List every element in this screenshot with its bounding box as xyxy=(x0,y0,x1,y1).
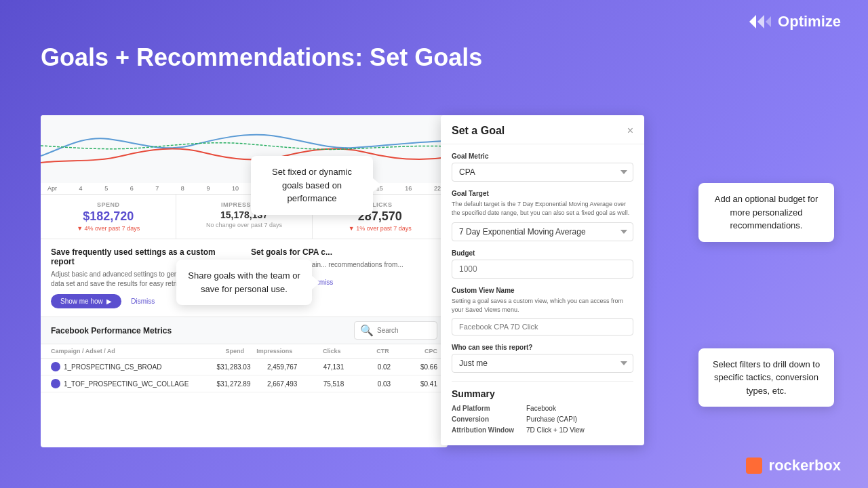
table-row[interactable]: 1_PROSPECTING_CS_BROAD $31,283.03 2,459,… xyxy=(41,359,448,375)
callout-goal-target: Set fixed or dynamic goals based on perf… xyxy=(251,156,373,215)
svg-marker-0 xyxy=(749,15,756,28)
goal-panel-header: Set a Goal × xyxy=(441,115,644,144)
stats-row: SPEND $182,720 ▼ 4% over past 7 days IMP… xyxy=(41,195,448,239)
time-label: Apr xyxy=(47,185,57,192)
time-label: 5 xyxy=(104,185,108,192)
svg-marker-2 xyxy=(766,15,771,28)
time-label: 6 xyxy=(130,185,134,192)
budget-input[interactable] xyxy=(452,260,633,279)
table-header-row: Facebook Performance Metrics 🔍 xyxy=(41,317,448,344)
time-label: 10 xyxy=(232,185,239,192)
svg-marker-1 xyxy=(757,15,764,28)
optimize-label: Optimize xyxy=(778,13,841,30)
close-button[interactable]: × xyxy=(627,125,633,136)
summary-section: Summary Ad Platform Facebook Conversion … xyxy=(452,381,633,434)
search-icon: 🔍 xyxy=(360,324,374,337)
rockerbox-label: rockerbox xyxy=(769,457,841,474)
visibility-select[interactable]: Just me xyxy=(452,354,633,373)
callout-budget: Add an optional budget for more personal… xyxy=(698,183,834,242)
time-label: 22 xyxy=(434,185,441,192)
time-label: 7 xyxy=(155,185,159,192)
callout-filters: Select filters to drill down to specific… xyxy=(698,348,834,407)
search-box[interactable]: 🔍 xyxy=(354,321,437,340)
goal-panel: Set a Goal × Goal Metric CPA Goal Target… xyxy=(441,115,644,445)
row-icon xyxy=(51,362,60,371)
table-row[interactable]: 1_TOF_PROSPECTING_WC_COLLAGE $31,272.89 … xyxy=(41,375,448,392)
time-axis: Apr 4 5 6 7 8 9 10 11 12 13 14 15 16 22 xyxy=(41,183,448,195)
rockerbox-icon xyxy=(746,458,762,474)
chart-area xyxy=(41,115,448,183)
top-bar: Optimize xyxy=(0,0,868,31)
summary-row: Attribution Window 7D Click + 1D View xyxy=(452,426,633,434)
time-label: 9 xyxy=(206,185,210,192)
arrow-icon: ▶ xyxy=(106,298,112,305)
main-content: Apr 4 5 6 7 8 9 10 11 12 13 14 15 16 22 … xyxy=(41,115,827,447)
optimize-logo: Optimize xyxy=(749,12,841,31)
table-columns: Campaign / Adset / Ad Spend Impressions … xyxy=(41,344,448,359)
stat-spend: SPEND $182,720 ▼ 4% over past 7 days xyxy=(41,195,176,239)
goal-panel-body: Goal Metric CPA Goal Target The default … xyxy=(441,144,644,445)
optimize-icon xyxy=(749,12,771,31)
time-label: 8 xyxy=(181,185,184,192)
callout-share: Share goals with the team or save for pe… xyxy=(176,260,312,305)
dismiss-button[interactable]: Dismiss xyxy=(131,298,155,305)
summary-row: Ad Platform Facebook xyxy=(452,405,633,412)
row-icon xyxy=(51,379,60,388)
show-me-how-button[interactable]: Show me how ▶ xyxy=(51,294,121,308)
time-label: 4 xyxy=(79,185,83,192)
summary-row: Conversion Purchase (CAPI) xyxy=(452,415,633,423)
page-title: Goals + Recommendations: Set Goals xyxy=(0,31,868,85)
time-label: 16 xyxy=(405,185,412,192)
goal-metric-select[interactable]: CPA xyxy=(452,163,633,182)
search-input[interactable] xyxy=(377,327,431,334)
rockerbox-logo: rockerbox xyxy=(746,457,841,474)
custom-view-input[interactable] xyxy=(452,318,633,336)
goal-target-select[interactable]: 7 Day Exponential Moving Average xyxy=(452,222,633,241)
